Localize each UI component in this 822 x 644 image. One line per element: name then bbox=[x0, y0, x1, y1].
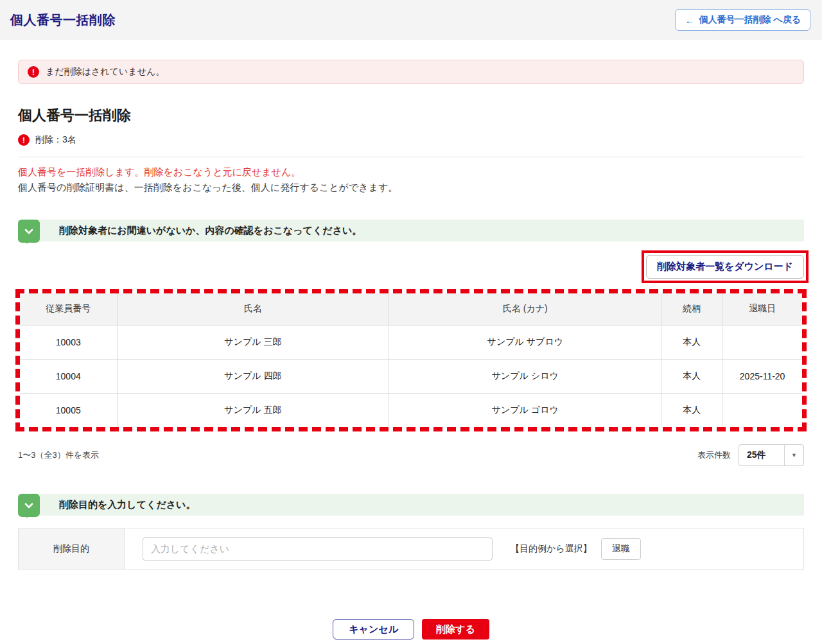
section-purpose-bar: 削除目的を入力してください。 bbox=[18, 494, 804, 516]
example-retirement-button[interactable]: 退職 bbox=[601, 538, 641, 560]
purpose-field-label: 削除目的 bbox=[19, 528, 125, 569]
warning-gray-text: 個人番号の削除証明書は、一括削除をおこなった後、個人に発行することができます。 bbox=[18, 180, 804, 195]
alert-message: まだ削除はされていません。 bbox=[46, 66, 164, 78]
download-highlight-annotation: 削除対象者一覧をダウンロード bbox=[642, 250, 809, 283]
delete-count-row: ! 削除：3名 bbox=[18, 134, 804, 146]
cell-name: サンプル 四郎 bbox=[117, 359, 389, 393]
section-confirm-title: 削除対象者にお間違いがないか、内容の確認をおこなってください。 bbox=[59, 225, 362, 237]
cell-name: サンプル 五郎 bbox=[117, 393, 389, 427]
table-row: 10004 サンプル 四郎 サンプル シロウ 本人 2025-11-20 bbox=[20, 359, 802, 393]
back-arrow-icon: ← bbox=[685, 15, 694, 26]
warning-red-text: 個人番号を一括削除します。削除をおこなうと元に戻せません。 bbox=[18, 164, 804, 180]
divider bbox=[18, 157, 804, 157]
cell-relationship: 本人 bbox=[661, 325, 722, 359]
back-button-label: 個人番号一括削除 へ戻る bbox=[699, 14, 801, 26]
main-content: ! まだ削除はされていません。 個人番号一括削除 ! 削除：3名 個人番号を一括… bbox=[0, 60, 822, 640]
per-page-select[interactable]: 25件 ▼ bbox=[739, 444, 804, 466]
per-page-control: 表示件数 25件 ▼ bbox=[697, 444, 804, 466]
table-highlight-annotation: 従業員番号 氏名 氏名 (カナ) 続柄 退職日 10003 サンプル 三郎 サン… bbox=[15, 289, 807, 431]
col-header-employee-number: 従業員番号 bbox=[20, 293, 117, 325]
cell-name: サンプル 三郎 bbox=[117, 325, 389, 359]
chevron-down-icon bbox=[24, 229, 33, 234]
cell-name-kana: サンプル サブロウ bbox=[389, 325, 661, 359]
cell-relationship: 本人 bbox=[661, 393, 722, 427]
section-confirm-bar: 削除対象者にお間違いがないか、内容の確認をおこなってください。 bbox=[18, 220, 804, 241]
cell-employee-number: 10005 bbox=[20, 393, 117, 427]
col-header-retirement-date: 退職日 bbox=[722, 293, 802, 325]
per-page-label: 表示件数 bbox=[697, 449, 731, 461]
cell-name-kana: サンプル シロウ bbox=[389, 359, 661, 393]
cell-relationship: 本人 bbox=[661, 359, 722, 393]
chevron-down-bubble-icon bbox=[18, 220, 40, 243]
per-page-selected-value: 25件 bbox=[739, 445, 784, 466]
col-header-name-kana: 氏名 (カナ) bbox=[389, 293, 661, 325]
download-target-list-button[interactable]: 削除対象者一覧をダウンロード bbox=[646, 255, 804, 279]
delete-count-text: 削除：3名 bbox=[35, 134, 76, 146]
delete-count-icon: ! bbox=[18, 134, 30, 146]
col-header-relationship: 続柄 bbox=[661, 293, 722, 325]
page-title: 個人番号一括削除 bbox=[18, 106, 804, 125]
cell-retirement-date bbox=[722, 393, 802, 427]
purpose-form: 削除目的 【目的例から選択】 退職 bbox=[18, 528, 804, 570]
pagination-summary: 1〜3（全3）件を表示 bbox=[18, 449, 99, 461]
chevron-down-icon: ▼ bbox=[784, 445, 803, 466]
table-row: 10003 サンプル 三郎 サンプル サブロウ 本人 bbox=[20, 325, 802, 359]
cell-retirement-date: 2025-11-20 bbox=[722, 359, 802, 393]
cell-employee-number: 10003 bbox=[20, 325, 117, 359]
chevron-down-icon bbox=[24, 503, 33, 509]
table-header-row: 従業員番号 氏名 氏名 (カナ) 続柄 退職日 bbox=[20, 293, 802, 325]
cell-retirement-date bbox=[722, 325, 802, 359]
delete-button[interactable]: 削除する bbox=[422, 619, 489, 640]
alert-icon: ! bbox=[28, 66, 39, 78]
app-title: 個人番号一括削除 bbox=[10, 12, 116, 29]
target-employee-table: 従業員番号 氏名 氏名 (カナ) 続柄 退職日 10003 サンプル 三郎 サン… bbox=[20, 293, 802, 427]
chevron-down-bubble-icon bbox=[18, 494, 40, 517]
purpose-input[interactable] bbox=[143, 537, 493, 561]
purpose-field-content: 【目的例から選択】 退職 bbox=[125, 528, 803, 569]
top-bar: 個人番号一括削除 ← 個人番号一括削除 へ戻る bbox=[0, 0, 822, 40]
example-select-label: 【目的例から選択】 bbox=[511, 543, 592, 555]
pagination-bar: 1〜3（全3）件を表示 表示件数 25件 ▼ bbox=[18, 444, 804, 466]
back-button[interactable]: ← 個人番号一括削除 へ戻る bbox=[675, 9, 810, 31]
cell-employee-number: 10004 bbox=[20, 359, 117, 393]
cancel-button[interactable]: キャンセル bbox=[333, 619, 414, 640]
cell-name-kana: サンプル ゴロウ bbox=[389, 393, 661, 427]
footer-actions: キャンセル 削除する bbox=[18, 619, 804, 640]
alert-banner: ! まだ削除はされていません。 bbox=[18, 60, 804, 84]
col-header-name: 氏名 bbox=[117, 293, 389, 325]
section-purpose-title: 削除目的を入力してください。 bbox=[59, 499, 195, 511]
table-row: 10005 サンプル 五郎 サンプル ゴロウ 本人 bbox=[20, 393, 802, 427]
download-row: 削除対象者一覧をダウンロード bbox=[18, 250, 804, 283]
